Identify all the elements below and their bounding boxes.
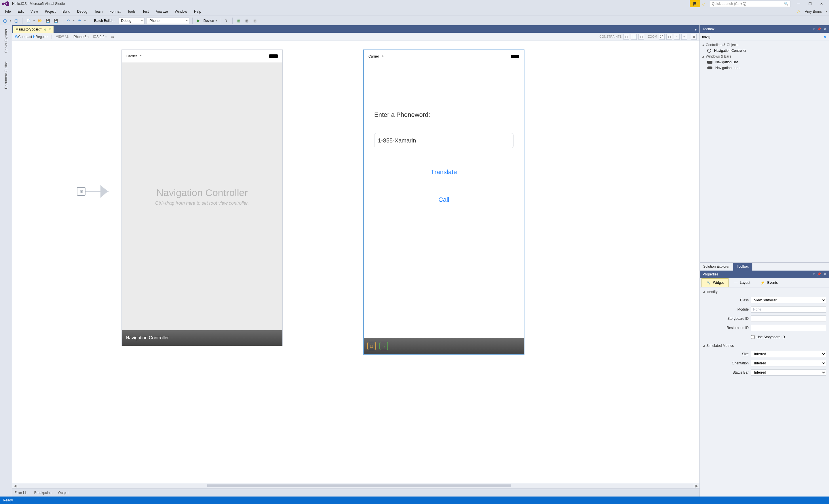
storyboard-canvas[interactable]: ▣ Carrier ᯤ Navigation Controller Ctrl+d… bbox=[12, 41, 699, 483]
close-button[interactable]: ✕ bbox=[816, 1, 827, 7]
toolbox-item-navigation-controller[interactable]: Navigation Controller bbox=[700, 48, 829, 53]
orientation-dropdown[interactable]: Inferred bbox=[751, 360, 826, 366]
document-outline-tab[interactable]: Document Outline bbox=[3, 60, 9, 91]
user-dropdown-icon[interactable]: ▾ bbox=[826, 10, 827, 13]
view-controller-scene[interactable]: Carrier ᯤ Enter a Phoneword: Translate C… bbox=[363, 49, 525, 355]
breakpoints-tab[interactable]: Breakpoints bbox=[34, 491, 52, 495]
toolbox-search[interactable]: ✕ bbox=[700, 33, 829, 41]
properties-tab-layout[interactable]: — Layout bbox=[729, 278, 755, 287]
close-tab-icon[interactable]: ✕ bbox=[49, 28, 51, 31]
document-tab-main-storyboard[interactable]: Main.storyboard* ⊜ ✕ bbox=[13, 26, 53, 33]
menu-help[interactable]: Help bbox=[190, 8, 205, 15]
window-options-icon[interactable]: ▾ bbox=[813, 272, 815, 276]
toolbox-item-navigation-bar[interactable]: Navigation Bar bbox=[700, 59, 829, 65]
clear-search-icon[interactable]: ✕ bbox=[823, 35, 827, 39]
first-responder-icon[interactable]: ↘ bbox=[380, 341, 388, 350]
output-tab[interactable]: Output bbox=[58, 491, 69, 495]
save-all-button[interactable]: 💾 bbox=[53, 17, 59, 24]
identity-section-header[interactable]: ◢Identity bbox=[700, 288, 829, 296]
module-input[interactable] bbox=[751, 306, 826, 313]
forward-button[interactable]: ◯ bbox=[13, 17, 19, 24]
batch-build-button[interactable]: Batch Build... bbox=[92, 19, 117, 23]
scroll-right-icon[interactable]: ▶ bbox=[694, 484, 699, 488]
menu-build[interactable]: Build bbox=[59, 8, 74, 15]
signed-in-user[interactable]: Amy Burns bbox=[802, 9, 825, 13]
close-panel-icon[interactable]: ✕ bbox=[824, 27, 826, 31]
phoneword-textfield[interactable] bbox=[374, 133, 513, 148]
scroll-left-icon[interactable]: ◀ bbox=[12, 484, 18, 488]
back-button[interactable]: ◯ bbox=[2, 17, 8, 24]
server-explorer-tab[interactable]: Server Explorer bbox=[3, 27, 9, 55]
solution-explorer-tab[interactable]: Solution Explorer bbox=[700, 263, 733, 271]
menu-window[interactable]: Window bbox=[171, 8, 190, 15]
menu-project[interactable]: Project bbox=[41, 8, 59, 15]
properties-tab-widget[interactable]: 🔧 Widget bbox=[701, 278, 728, 287]
menu-test[interactable]: Test bbox=[139, 8, 152, 15]
status-bar-dropdown[interactable]: Inferred bbox=[751, 369, 826, 375]
constraint-mode-2-icon[interactable]: ▢ bbox=[631, 34, 637, 40]
size-dropdown[interactable]: Inferred bbox=[751, 351, 826, 357]
open-file-button[interactable]: 📂 bbox=[37, 17, 43, 24]
nav-controller-footer[interactable]: Navigation Controller bbox=[122, 330, 282, 346]
view-as-device-dropdown[interactable]: iPhone 6 ▾ bbox=[73, 35, 89, 39]
scene-dock[interactable]: ◻ ↘ bbox=[364, 338, 524, 354]
call-button[interactable]: Call bbox=[374, 196, 513, 204]
layout-toggle-icon[interactable]: ▦ bbox=[691, 34, 696, 40]
error-list-tab[interactable]: Error List bbox=[14, 491, 29, 495]
menu-team[interactable]: Team bbox=[91, 8, 106, 15]
notifications-flag-icon[interactable] bbox=[690, 0, 700, 7]
view-controller-icon[interactable]: ◻ bbox=[367, 341, 376, 350]
toolbox-search-input[interactable] bbox=[702, 35, 823, 39]
properties-tab-events[interactable]: ⚡ Events bbox=[756, 278, 783, 287]
storyboard-id-input[interactable] bbox=[751, 316, 826, 322]
use-storyboard-id-checkbox[interactable]: Use Storyboard ID bbox=[751, 334, 785, 340]
zoom-actual-icon[interactable]: ▢ bbox=[666, 34, 672, 40]
menu-tools[interactable]: Tools bbox=[124, 8, 139, 15]
tab-dropdown-icon[interactable]: ▾ bbox=[694, 27, 698, 33]
phoneword-label[interactable]: Enter a Phoneword: bbox=[374, 111, 513, 118]
target-device-dropdown[interactable]: iPhone bbox=[146, 17, 189, 24]
step-button[interactable]: ⤵ bbox=[223, 17, 229, 24]
horizontal-scrollbar[interactable]: ◀ ▶ bbox=[12, 483, 699, 489]
tool-button-3[interactable]: ▦ bbox=[252, 17, 258, 24]
minimize-button[interactable]: — bbox=[793, 1, 804, 7]
run-device-label[interactable]: Device bbox=[204, 19, 214, 23]
pin-icon[interactable]: 📌 bbox=[817, 272, 821, 276]
new-project-button[interactable]: 📄 bbox=[25, 17, 32, 24]
zoom-fit-icon[interactable]: ⛶ bbox=[659, 34, 664, 40]
feedback-smiley-icon[interactable]: ☺ bbox=[700, 0, 708, 7]
toolbox-group-windows-bars[interactable]: ◢Windows & Bars bbox=[700, 53, 829, 59]
tool-button-2[interactable]: ▦ bbox=[244, 17, 250, 24]
constraint-mode-3-icon[interactable]: ▢ bbox=[639, 34, 644, 40]
save-button[interactable]: 💾 bbox=[45, 17, 51, 24]
simulated-metrics-section-header[interactable]: ◢Simulated Metrics bbox=[700, 341, 829, 350]
undo-button[interactable]: ↶ bbox=[65, 17, 71, 24]
restoration-id-input[interactable] bbox=[751, 325, 826, 331]
navigation-controller-scene[interactable]: Carrier ᯤ Navigation Controller Ctrl+dra… bbox=[121, 49, 283, 346]
menu-format[interactable]: Format bbox=[106, 8, 124, 15]
properties-panel-title[interactable]: Properties ▾ 📌 ✕ bbox=[700, 271, 829, 278]
menu-edit[interactable]: Edit bbox=[14, 8, 27, 15]
window-options-icon[interactable]: ▾ bbox=[813, 27, 815, 31]
initial-view-controller-arrow[interactable]: ▣ bbox=[77, 187, 109, 196]
zoom-in-icon[interactable]: + bbox=[681, 34, 687, 40]
redo-button[interactable]: ↷ bbox=[76, 17, 83, 24]
constraint-mode-1-icon[interactable]: ▢ bbox=[623, 34, 629, 40]
class-dropdown[interactable]: ViewController bbox=[751, 297, 826, 303]
toolbox-tab[interactable]: Toolbox bbox=[733, 263, 752, 271]
quick-launch-input[interactable]: Quick Launch (Ctrl+Q) 🔍 bbox=[710, 1, 790, 7]
toolbox-panel-title[interactable]: Toolbox ▾ 📌 ✕ bbox=[700, 25, 829, 33]
zoom-out-icon[interactable]: − bbox=[674, 34, 680, 40]
toolbox-item-navigation-item[interactable]: Navigation Item bbox=[700, 65, 829, 71]
close-panel-icon[interactable]: ✕ bbox=[824, 272, 826, 276]
size-class-indicator[interactable]: WCompact HRegular bbox=[15, 35, 47, 39]
menu-debug[interactable]: Debug bbox=[74, 8, 91, 15]
toolbox-group-controllers[interactable]: ◢Controllers & Objects bbox=[700, 42, 829, 48]
translate-button[interactable]: Translate bbox=[374, 168, 513, 176]
view-as-ios-dropdown[interactable]: iOS 9.2 ▾ bbox=[93, 35, 107, 39]
pin-icon[interactable]: ⊜ bbox=[44, 28, 46, 31]
pin-icon[interactable]: 📌 bbox=[817, 27, 821, 31]
menu-view[interactable]: View bbox=[27, 8, 41, 15]
restore-button[interactable]: ❐ bbox=[804, 1, 816, 7]
menu-file[interactable]: File bbox=[2, 8, 14, 15]
